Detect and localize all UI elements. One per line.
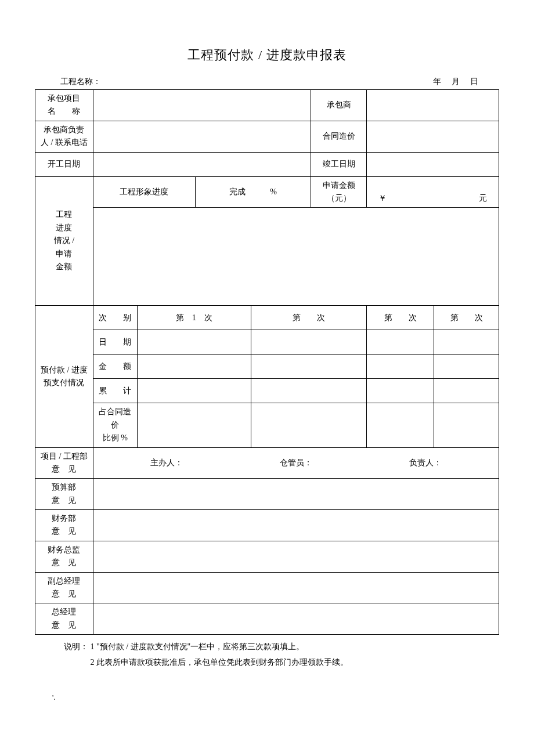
seq-2: 第 次 [251,306,367,330]
visual-progress-label: 工程形象进度 [93,176,195,208]
contract-price-label: 合同造价 [311,121,367,152]
row-payment-date: 日 期 [35,330,499,355]
payment-ratio-label: 占合同造价 比例 % [93,403,137,447]
row-payment-sum: 累 计 [35,379,499,403]
contractor-leader-value[interactable] [93,121,311,152]
footer-tick: '. [52,693,499,702]
completed-cell[interactable]: 完成 % [195,176,311,208]
row-contractor-leader: 承包商负责 人 / 联系电话 合同造价 [35,121,499,152]
opinion-vgm-label: 副总经理 意 见 [35,572,93,603]
note-1: 1 "预付款 / 进度款支付情况"一栏中，应将第三次款项填上。 [91,642,305,651]
payment-sum-1[interactable] [137,379,251,403]
seq-4: 第 次 [434,306,499,330]
apply-amount-value[interactable]: ￥ 元 [367,176,499,208]
opinion-cfo-label: 财务总监 意 见 [35,541,93,572]
payment-amount-2[interactable] [251,355,367,379]
payment-sum-label: 累 计 [93,379,137,403]
payment-date-1[interactable] [137,330,251,355]
payment-sum-2[interactable] [251,379,367,403]
opinion-gm-label: 总经理 意 见 [35,603,93,635]
header-line: 工程名称： 年 月 日 [35,77,499,87]
notes: 说明： 1 "预付款 / 进度款支付情况"一栏中，应将第三次款项填上。 说明： … [64,639,499,670]
date-label: 年 月 日 [433,77,479,87]
payment-amount-4[interactable] [434,355,499,379]
payment-sum-4[interactable] [434,379,499,403]
payments-side-label: 预付款 / 进度 预支付情况 [35,306,93,447]
row-payment-seq: 预付款 / 进度 预支付情况 次 别 第 1 次 第 次 第 次 第 次 [35,306,499,330]
payment-date-2[interactable] [251,330,367,355]
progress-body[interactable] [93,208,499,306]
handler-label: 主办人： [103,457,230,469]
opinion-finance-label: 财务部 意 见 [35,510,93,541]
row-payment-amount: 金 额 [35,355,499,379]
finish-date-label: 竣工日期 [311,152,367,176]
row-opinion-vgm: 副总经理 意 见 [35,572,499,603]
seq-label: 次 别 [93,306,137,330]
opinion-vgm-value[interactable] [93,572,499,603]
opinion-cfo-value[interactable] [93,541,499,572]
start-date-value[interactable] [93,152,311,176]
opinion-gm-value[interactable] [93,603,499,635]
yuan-unit: 元 [479,192,487,205]
finish-date-value[interactable] [367,152,499,176]
contractor-value[interactable] [367,90,499,121]
seq-1: 第 1 次 [137,306,251,330]
row-opinion-project: 项目 / 工程部 意 见 主办人： 仓管员： 负责人： [35,447,499,479]
payment-amount-label: 金 额 [93,355,137,379]
contract-price-value[interactable] [367,121,499,152]
row-opinion-finance: 财务部 意 见 [35,510,499,541]
contract-item-value[interactable] [93,90,311,121]
row-opinion-budget: 预算部 意 见 [35,479,499,510]
contract-item-label: 承包项目 名 称 [35,90,93,121]
payment-date-3[interactable] [367,330,434,355]
row-opinion-gm: 总经理 意 见 [35,603,499,635]
project-name-label: 工程名称： [60,77,101,87]
row-progress-body [35,208,499,306]
payment-sum-3[interactable] [367,379,434,403]
row-dates: 开工日期 竣工日期 [35,152,499,176]
contractor-leader-label: 承包商负责 人 / 联系电话 [35,121,93,152]
payment-date-label: 日 期 [93,330,137,355]
opinion-project-label: 项目 / 工程部 意 见 [35,447,93,479]
payment-ratio-4[interactable] [434,403,499,447]
progress-side-label: 工程 进度 情况 / 申请 金额 [35,176,93,306]
payment-amount-3[interactable] [367,355,434,379]
payment-ratio-2[interactable] [251,403,367,447]
start-date-label: 开工日期 [35,152,93,176]
note-2: 2 此表所申请款项获批准后，承包单位凭此表到财务部门办理领款手续。 [91,658,349,667]
warehouse-label: 仓管员： [232,457,360,469]
payment-amount-1[interactable] [137,355,251,379]
opinion-budget-value[interactable] [93,479,499,510]
contractor-label: 承包商 [311,90,367,121]
payment-ratio-3[interactable] [367,403,434,447]
seq-3: 第 次 [367,306,434,330]
row-progress-header: 工程 进度 情况 / 申请 金额 工程形象进度 完成 % 申请金额 （元） ￥ … [35,176,499,208]
row-contract-item: 承包项目 名 称 承包商 [35,90,499,121]
page-title: 工程预付款 / 进度款申报表 [35,46,499,64]
notes-prefix: 说明： [64,642,88,651]
yen-icon: ￥ [378,192,387,205]
payment-ratio-1[interactable] [137,403,251,447]
main-table: 承包项目 名 称 承包商 承包商负责 人 / 联系电话 合同造价 开工日期 竣工… [35,89,499,635]
row-payment-ratio: 占合同造价 比例 % [35,403,499,447]
apply-amount-label: 申请金额 （元） [311,176,367,208]
opinion-finance-value[interactable] [93,510,499,541]
incharge-label: 负责人： [362,457,489,469]
payment-date-4[interactable] [434,330,499,355]
opinion-budget-label: 预算部 意 见 [35,479,93,510]
row-opinion-cfo: 财务总监 意 见 [35,541,499,572]
opinion-project-value[interactable]: 主办人： 仓管员： 负责人： [93,447,499,479]
